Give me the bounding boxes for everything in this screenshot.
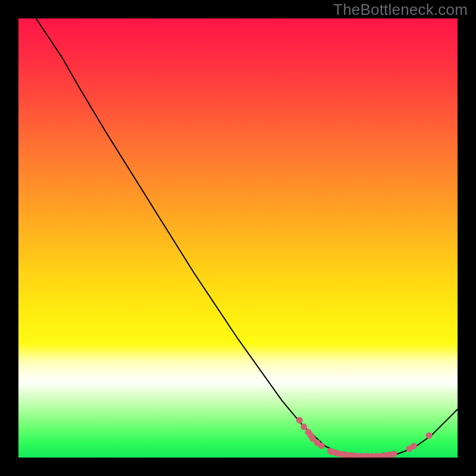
data-dot <box>411 443 417 449</box>
data-dot <box>391 451 397 458</box>
data-dot <box>318 443 325 449</box>
data-dot <box>296 417 303 424</box>
data-dot <box>300 424 307 430</box>
watermark-text: TheBottleneck.com <box>333 1 468 19</box>
data-dot <box>426 433 433 439</box>
data-dots <box>296 417 433 458</box>
plot-area <box>18 18 458 458</box>
chart-frame: TheBottleneck.com <box>0 0 476 476</box>
dots-layer <box>18 18 458 458</box>
